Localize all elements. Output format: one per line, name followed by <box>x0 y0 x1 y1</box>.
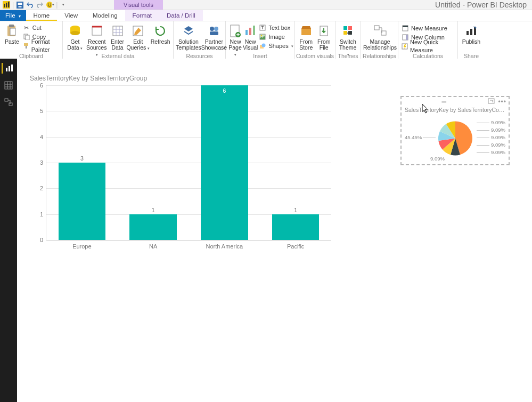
pie-data-label: 9.09% <box>491 127 505 133</box>
svg-rect-55 <box>5 82 12 89</box>
svg-rect-28 <box>245 30 248 35</box>
bar-data-label: 1 <box>129 207 176 213</box>
new-quick-measure-button[interactable]: New Quick Measure <box>400 42 455 51</box>
image-button[interactable]: Image <box>258 33 294 41</box>
report-canvas[interactable]: SalesTerritoryKey by SalesTerritoryGroup… <box>17 59 532 402</box>
x-axis-label: Pacific <box>287 243 304 250</box>
ribbon: Paste ✂Cut Copy Format Painter Clipboard… <box>0 21 532 60</box>
bar-column[interactable]: 3Europe <box>46 163 118 240</box>
svg-point-9 <box>50 4 51 5</box>
bar-data-label: 1 <box>272 207 319 213</box>
undo-button[interactable] <box>26 1 34 9</box>
bar-chart-plot-area: 01234563Europe1NA6North America1Pacific <box>46 85 331 240</box>
from-file-button[interactable]: From File <box>315 22 333 51</box>
text-box-button[interactable]: Text box <box>258 23 294 32</box>
svg-rect-15 <box>24 43 28 46</box>
svg-point-19 <box>70 31 80 35</box>
group-relationships: Manage Relationships Relationships <box>361 21 398 60</box>
data-view-button[interactable] <box>3 80 14 91</box>
from-store-button[interactable]: From Store <box>297 22 315 51</box>
svg-rect-57 <box>9 103 12 106</box>
svg-rect-47 <box>406 35 408 40</box>
save-button[interactable] <box>15 1 24 9</box>
x-axis-label: North America <box>206 243 243 250</box>
svg-rect-16 <box>26 46 27 49</box>
y-tick-label: 6 <box>40 82 43 89</box>
format-painter-button[interactable]: Format Painter <box>22 42 60 50</box>
solution-templates-button[interactable]: Solution Templates <box>176 22 201 51</box>
visual-drag-handle-icon[interactable]: ═ <box>441 98 447 106</box>
tab-file[interactable]: File▾ <box>0 10 26 21</box>
report-view-button[interactable] <box>2 63 14 74</box>
x-axis-label: Europe <box>72 243 91 250</box>
svg-rect-11 <box>9 25 14 27</box>
focus-mode-icon[interactable] <box>488 98 495 106</box>
paste-button[interactable]: Paste <box>2 22 22 45</box>
svg-rect-1 <box>4 4 5 7</box>
get-data-button[interactable]: Get Data ▾ <box>65 22 85 51</box>
more-options-icon[interactable]: ••• <box>498 98 506 106</box>
svg-rect-30 <box>253 26 255 35</box>
bar-data-label: 3 <box>59 155 105 162</box>
tab-modeling[interactable]: Modeling <box>85 10 125 21</box>
pie-chart-title: SalesTerritoryKey by SalesTerritoryCou..… <box>402 106 509 113</box>
svg-rect-5 <box>18 3 22 5</box>
y-tick-label: 4 <box>40 134 43 140</box>
bar-column[interactable]: 6North America <box>189 85 260 240</box>
svg-rect-29 <box>249 28 251 35</box>
qat-customize-dropdown[interactable]: ▾ <box>59 1 68 9</box>
manage-relationships-button[interactable]: Manage Relationships <box>363 22 397 51</box>
tab-home[interactable]: Home <box>26 10 58 21</box>
x-axis-label: NA <box>149 243 157 250</box>
shapes-button[interactable]: Shapes ▾ <box>258 42 294 50</box>
bar-column[interactable]: 1NA <box>118 214 189 240</box>
svg-point-8 <box>48 4 49 5</box>
model-view-button[interactable] <box>3 97 14 108</box>
y-tick-label: 1 <box>40 211 43 218</box>
partner-showcase-button[interactable]: Partner Showcase <box>201 22 227 51</box>
pie-chart-visual[interactable]: ═ ••• SalesTerritoryKey by SalesTerritor… <box>400 96 510 165</box>
contextual-tab-header: Visual tools <box>114 0 163 10</box>
svg-rect-25 <box>210 31 218 35</box>
tab-format[interactable]: Format <box>125 10 159 21</box>
svg-rect-3 <box>8 2 10 7</box>
svg-rect-14 <box>26 35 29 40</box>
new-visual-button[interactable]: New Visual <box>243 22 258 51</box>
svg-rect-38 <box>343 26 347 30</box>
svg-rect-6 <box>18 6 21 7</box>
tab-view[interactable]: View <box>57 10 85 21</box>
quick-access-toolbar: | ▾ | ▾ <box>2 1 68 9</box>
enter-data-button[interactable]: Enter Data <box>109 22 127 51</box>
redo-button[interactable] <box>36 1 44 9</box>
group-external-data: Get Data ▾ Recent Sources ▾ Enter Data E… <box>63 21 174 60</box>
group-calculations: New Measure New Column New Quick Measure… <box>398 21 458 60</box>
pie-data-label: 9.09% <box>491 119 505 125</box>
app-icon <box>2 1 11 9</box>
view-switcher <box>0 59 17 402</box>
cut-button[interactable]: ✂Cut <box>22 23 60 32</box>
main-area: SalesTerritoryKey by SalesTerritoryGroup… <box>0 59 532 402</box>
group-resources: Solution Templates Partner Showcase Reso… <box>174 21 226 60</box>
group-custom-visuals: From Store From File Custom visuals <box>295 21 335 60</box>
svg-point-24 <box>214 27 218 31</box>
tab-data-drill[interactable]: Data / Drill <box>159 10 203 21</box>
svg-rect-36 <box>301 29 311 35</box>
pie-data-label: 9.09% <box>430 156 445 162</box>
bar-chart-visual[interactable]: SalesTerritoryKey by SalesTerritoryGroup… <box>28 75 331 240</box>
refresh-button[interactable]: Refresh <box>150 22 171 45</box>
edit-queries-button[interactable]: Edit Queries ▾ <box>126 22 150 51</box>
svg-rect-52 <box>6 68 7 71</box>
svg-rect-40 <box>343 31 347 35</box>
pie-data-label: 9.09% <box>491 134 505 140</box>
svg-rect-54 <box>11 65 13 71</box>
publish-button[interactable]: Publish <box>460 22 482 45</box>
pie-data-label: 9.09% <box>491 149 505 155</box>
y-tick-label: 3 <box>40 159 43 166</box>
titlebar: | ▾ | ▾ Untitled - Power BI Desktop Visu… <box>0 0 532 10</box>
svg-rect-53 <box>9 66 10 71</box>
bar-column[interactable]: 1Pacific <box>260 214 331 240</box>
svg-point-33 <box>261 35 262 36</box>
svg-rect-39 <box>348 26 352 30</box>
feedback-icon[interactable]: ▾ <box>46 1 54 9</box>
new-measure-button[interactable]: New Measure <box>400 24 455 33</box>
